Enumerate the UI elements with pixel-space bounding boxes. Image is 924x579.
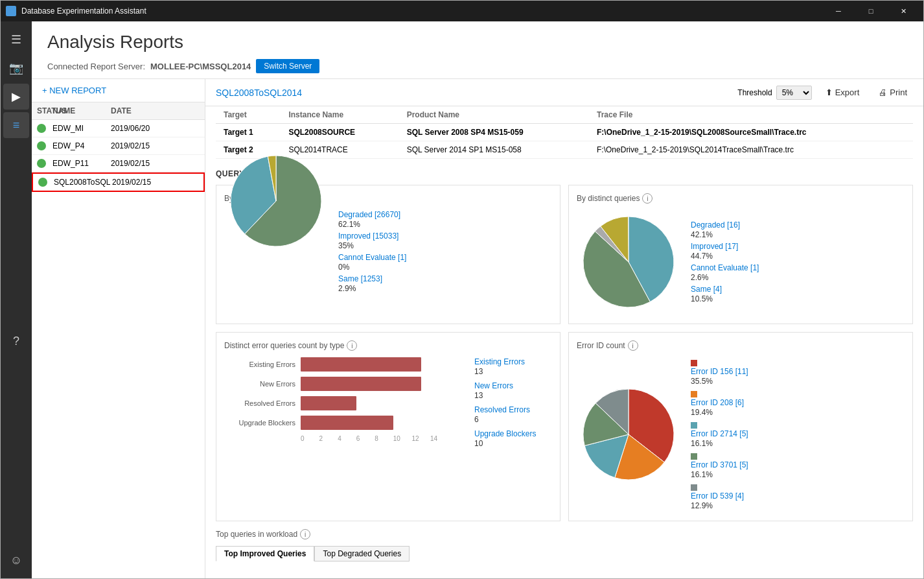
nav-play-icon[interactable]: ▶ — [3, 84, 29, 110]
bar-legend-val: 6 — [474, 415, 479, 424]
legend-link[interactable]: Degraded [26670] — [338, 210, 552, 219]
status-dot — [37, 141, 46, 150]
legend-link[interactable]: Same [1253] — [338, 274, 552, 283]
report-date: 2019/02/15 — [112, 178, 151, 187]
nav-smiley-icon[interactable]: ☺ — [3, 547, 29, 573]
error-type-chart: Distinct error queries count by type i E… — [216, 332, 560, 521]
distinct-queries-info-icon[interactable]: i — [642, 193, 653, 204]
trace-file: F:\OneDrive_1_2-15-2019\SQL2008SourceSma… — [589, 124, 913, 141]
legend-link[interactable]: Improved [17] — [691, 242, 905, 251]
bar-legend-item: Existing Errors 13 — [474, 357, 552, 376]
legend-link[interactable]: Error ID 3701 [5] — [691, 460, 905, 469]
bar-label: Existing Errors — [224, 360, 295, 368]
distinct-queries-chart-area: Degraded [16] 42.1% Improved [17] 44.7% … — [577, 210, 905, 316]
table-row: Target 1 SQL2008SOURCE SQL Server 2008 S… — [216, 124, 913, 141]
status-dot — [38, 178, 47, 187]
nav-help-icon[interactable]: ? — [3, 329, 29, 355]
bar-fill — [301, 377, 421, 391]
legend-link[interactable]: Degraded [16] — [691, 220, 905, 230]
new-report-button[interactable]: + NEW REPORT — [32, 79, 205, 102]
legend-value: 16.1% — [691, 439, 713, 448]
switch-server-button[interactable]: Switch Server — [256, 59, 319, 73]
legend-item: Improved [15033] 35% — [338, 231, 552, 250]
print-label: Print — [890, 88, 907, 97]
legend-link[interactable]: Improved [15033] — [338, 231, 552, 241]
nav-menu-icon[interactable]: ☰ — [3, 27, 29, 53]
error-id-info-icon[interactable]: i — [628, 340, 638, 351]
report-title-link[interactable]: SQL2008ToSQL2014 — [216, 88, 737, 98]
bar-track — [301, 357, 464, 372]
th-instance: Instance Name — [281, 106, 398, 124]
legend-item: Error ID 2714 [5] 16.1% — [691, 419, 905, 448]
status-dot — [37, 124, 46, 133]
nav-camera-icon[interactable]: 📷 — [3, 55, 29, 81]
legend-item: Cannot Evaluate [1] 2.6% — [691, 263, 905, 282]
window-controls: ─ □ ✕ — [824, 1, 918, 21]
col-name: NAME — [52, 106, 111, 115]
minimize-button[interactable]: ─ — [824, 1, 853, 21]
threshold-dropdown[interactable]: 5% 10% 15% — [776, 86, 812, 100]
print-button[interactable]: 🖨 Print — [873, 84, 913, 100]
bar-label: Resolved Errors — [224, 399, 295, 407]
bar-row: Upgrade Blockers — [224, 416, 464, 430]
app-icon — [6, 6, 16, 16]
bar-legend-link[interactable]: Existing Errors — [474, 357, 552, 366]
bar-row: New Errors — [224, 377, 464, 391]
tab-top-improved[interactable]: Top Improved Queries — [216, 546, 314, 561]
error-type-legend: Existing Errors 13 New Errors 13 Resolve… — [474, 357, 552, 453]
bar-row: Existing Errors — [224, 357, 464, 372]
legend-link[interactable]: Cannot Evaluate [1] — [338, 253, 552, 262]
error-id-chart-area: Error ID 156 [11] 35.5% Error ID 208 [6]… — [577, 357, 905, 513]
error-id-chart: Error ID count i Error ID 156 [11] 35.5% — [568, 332, 913, 521]
nav-list-icon[interactable]: ≡ — [3, 112, 29, 138]
legend-link[interactable]: Error ID 156 [11] — [691, 367, 905, 376]
th-product: Product Name — [399, 106, 589, 124]
bar-legend-link[interactable]: Upgrade Blockers — [474, 429, 552, 438]
instance-name: SQL2008SOURCE — [281, 124, 398, 141]
report-date: 2019/02/15 — [111, 159, 150, 168]
bar-track — [301, 377, 464, 391]
th-trace: Trace File — [589, 106, 913, 124]
threshold-control: Threshold 5% 10% 15% — [737, 86, 811, 100]
bar-legend-link[interactable]: Resolved Errors — [474, 405, 552, 414]
report-row[interactable]: SQL2008ToSQL 2019/02/15 — [32, 172, 205, 192]
report-row[interactable]: EDW_P11 2019/02/15 — [32, 155, 205, 172]
legend-link[interactable]: Error ID 208 [6] — [691, 398, 905, 407]
bar-fill — [301, 357, 421, 372]
legend-value: 16.1% — [691, 470, 713, 479]
product-name: SQL Server 2008 SP4 MS15-059 — [399, 124, 589, 141]
report-row[interactable]: EDW_P4 2019/02/15 — [32, 137, 205, 155]
top-queries-info-icon[interactable]: i — [300, 529, 310, 539]
titlebar: Database Experimentation Assistant ─ □ ✕ — [1, 1, 923, 21]
server-name: MOLLEE-PC\MSSQL2014 — [150, 62, 251, 71]
legend-value: 19.4% — [691, 408, 713, 417]
distinct-queries-subtitle: By distinct queries i — [577, 193, 905, 204]
distinct-queries-legend: Degraded [16] 42.1% Improved [17] 44.7% … — [691, 220, 905, 306]
app-title: Database Experimentation Assistant — [21, 6, 824, 16]
error-type-info-icon[interactable]: i — [347, 340, 357, 351]
distinct-queries-pie — [577, 210, 680, 316]
maximize-button[interactable]: □ — [856, 1, 886, 21]
error-id-legend: Error ID 156 [11] 35.5% Error ID 208 [6]… — [691, 357, 905, 513]
legend-value: 10.5% — [691, 294, 713, 303]
legend-link[interactable]: Cannot Evaluate [1] — [691, 263, 905, 272]
legend-link[interactable]: Error ID 2714 [5] — [691, 429, 905, 438]
tab-top-degraded[interactable]: Top Degraded Queries — [314, 546, 410, 561]
error-type-subtitle: Distinct error queries count by type i — [224, 340, 552, 351]
report-name: EDW_P4 — [52, 141, 111, 150]
bar-legend-link[interactable]: New Errors — [474, 381, 552, 390]
report-name: EDW_MI — [52, 124, 111, 133]
error-id-subtitle: Error ID count i — [577, 340, 905, 351]
legend-link[interactable]: Error ID 539 [4] — [691, 491, 905, 501]
report-row[interactable]: EDW_MI 2019/06/20 — [32, 120, 205, 137]
bar-fill — [301, 396, 356, 410]
distinct-queries-chart: By distinct queries i Degraded [16] 42.1… — [568, 185, 913, 324]
legend-link[interactable]: Same [4] — [691, 285, 905, 294]
charts-row-2: Distinct error queries count by type i E… — [216, 332, 913, 521]
legend-item: Degraded [26670] 62.1% — [338, 210, 552, 229]
close-button[interactable]: ✕ — [888, 1, 918, 21]
legend-value: 12.9% — [691, 501, 713, 510]
export-button[interactable]: ⬆ Export — [820, 84, 866, 100]
legend-item: Improved [17] 44.7% — [691, 242, 905, 261]
bar-fill — [301, 416, 393, 430]
